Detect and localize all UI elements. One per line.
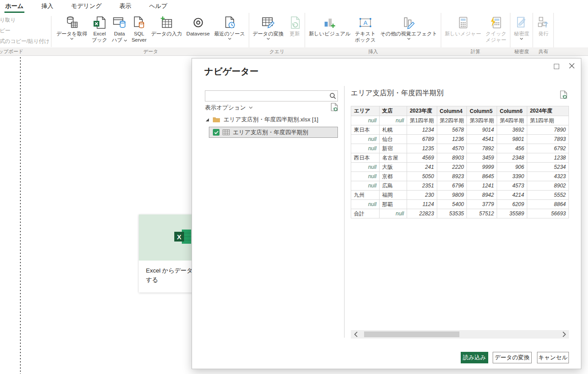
table-cell: 8903 xyxy=(437,153,467,163)
transform-data-icon xyxy=(262,15,275,31)
table-cell: 札幌 xyxy=(379,125,407,135)
clipboard-item[interactable]: 書式のコピー/貼り付け xyxy=(0,36,52,47)
ribbon-button[interactable]: 最近のソース xyxy=(212,13,247,40)
table-cell: 第3四半期 xyxy=(467,116,497,125)
table-cell: 4570 xyxy=(437,144,467,153)
table-cell: 56693 xyxy=(527,209,568,218)
file-refresh-icon[interactable] xyxy=(560,90,568,101)
ribbon-button[interactable]: Aテキストボックス xyxy=(353,13,378,43)
ribbon-group: 秘密度秘密度 xyxy=(510,13,533,47)
table-cell: 新宿 xyxy=(379,144,407,153)
ribbon-tab[interactable]: ヘルプ xyxy=(148,0,168,13)
ribbon-button: 秘密度 xyxy=(512,13,532,40)
scroll-right-icon[interactable] xyxy=(560,330,568,339)
column-header: Column5 xyxy=(467,106,497,116)
table-cell: 5400 xyxy=(437,200,467,209)
table-cell: 7893 xyxy=(527,135,568,144)
ribbon-button[interactable]: その他の視覚エフェクト xyxy=(378,13,439,40)
table-cell: 3390 xyxy=(497,172,527,181)
table-cell: 8645 xyxy=(467,172,497,181)
ribbon-button-label: データを取得 xyxy=(56,31,87,37)
ribbon-tab[interactable]: モデリング xyxy=(70,0,102,13)
table-cell: null xyxy=(351,116,380,125)
table-row: null京都50508923864533904323 xyxy=(351,172,569,181)
table-cell: 仙台 xyxy=(379,135,407,144)
tree-item-selected[interactable]: エリア支店別・年度四半期別 xyxy=(209,127,338,138)
table-cell: null xyxy=(351,200,380,209)
ribbon-button-label: Server xyxy=(132,37,147,43)
file-refresh-icon[interactable] xyxy=(331,103,338,113)
ribbon-button-label: テキスト xyxy=(355,31,376,37)
table-cell: 6792 xyxy=(527,144,568,153)
ribbon-button-label: Dataverse xyxy=(186,31,209,37)
navigator-dialog: ナビゲーター 表示オプション エリア支店別・年度四半期別.xlsx [1] エリ… xyxy=(192,58,581,369)
ribbon-group-label: データ xyxy=(53,48,249,55)
search-icon[interactable] xyxy=(328,93,337,99)
chevron-down-icon xyxy=(228,37,231,40)
table-cell: 第1四半期 xyxy=(407,116,437,125)
scroll-left-icon[interactable] xyxy=(352,330,360,339)
table-cell: 5050 xyxy=(407,172,437,181)
chevron-down-icon xyxy=(407,37,411,40)
table-cell: 8902 xyxy=(527,181,568,191)
ribbon: ホーム挿入モデリング表示ヘルプ 切り取りコピー書式のコピー/貼り付け クリップボ… xyxy=(0,0,588,56)
clipboard-group: 切り取りコピー書式のコピー/貼り付け xyxy=(0,15,52,47)
column-header: 2023年度 xyxy=(407,106,437,116)
ribbon-button[interactable]: 新しいビジュアル xyxy=(306,13,353,37)
table-cell: null xyxy=(379,116,407,125)
pane-divider xyxy=(344,86,345,338)
table-cell: null xyxy=(351,163,380,172)
tree-root-node[interactable]: エリア支店別・年度四半期別.xlsx [1] xyxy=(205,116,318,124)
table-cell: 九州 xyxy=(351,191,380,200)
table-cell: 那覇 xyxy=(379,200,407,209)
ribbon-button[interactable]: Dataverse xyxy=(184,13,212,37)
ribbon-group-label: 挿入 xyxy=(305,48,441,55)
ribbon-button[interactable]: Excelブック xyxy=(90,13,110,43)
ribbon-button-label: Excel xyxy=(93,31,106,37)
ribbon-button-label: ハブ xyxy=(112,37,127,43)
checkbox-checked[interactable] xyxy=(213,129,220,136)
transform-data-button[interactable]: データの変換 xyxy=(493,352,532,363)
table-cell: 1238 xyxy=(527,153,568,163)
load-button[interactable]: 読み込み xyxy=(461,352,488,363)
table-cell: 2351 xyxy=(407,181,437,191)
table-cell: 1234 xyxy=(407,125,437,135)
excel-workbook-icon xyxy=(93,15,106,31)
scrollbar-thumb[interactable] xyxy=(364,331,459,337)
ribbon-tab[interactable]: 挿入 xyxy=(40,0,54,13)
chevron-down-icon xyxy=(267,37,270,40)
ribbon-button-label: 新しいメジャー xyxy=(445,31,481,37)
table-cell: 合計 xyxy=(351,209,380,218)
ribbon-group-label: クエリ xyxy=(249,48,305,55)
table-cell: 第4四半期 xyxy=(497,116,527,125)
clipboard-item[interactable]: コピー xyxy=(0,25,52,36)
display-options-dropdown[interactable]: 表示オプション xyxy=(205,104,253,112)
enter-data-icon xyxy=(160,15,173,31)
ribbon-tab[interactable]: 表示 xyxy=(118,0,132,13)
table-cell: 57512 xyxy=(467,209,497,218)
table-cell: 7892 xyxy=(467,144,497,153)
maximize-icon[interactable] xyxy=(554,64,559,69)
clipboard-item[interactable]: 切り取り xyxy=(0,15,52,25)
cancel-button[interactable]: キャンセル xyxy=(537,352,569,363)
table-cell: 906 xyxy=(497,163,527,172)
column-header: エリア xyxy=(351,106,380,116)
table-cell: 大阪 xyxy=(379,163,407,172)
table-cell: 広島 xyxy=(379,181,407,191)
search-input[interactable] xyxy=(205,93,328,99)
close-icon[interactable] xyxy=(569,62,575,70)
app-window: ホーム挿入モデリング表示ヘルプ 切り取りコピー書式のコピー/貼り付け クリップボ… xyxy=(0,0,588,374)
ribbon-button[interactable]: データを取得 xyxy=(54,13,90,40)
ribbon-button[interactable]: Dataハブ xyxy=(110,13,129,43)
ribbon-button[interactable]: SQLServer xyxy=(129,13,149,43)
table-cell: 230 xyxy=(407,191,437,200)
ribbon-button[interactable]: データの変換 xyxy=(251,13,286,40)
expander-icon[interactable] xyxy=(205,118,209,122)
ribbon-button[interactable]: データの入力 xyxy=(149,13,184,37)
ribbon-groups: データを取得ExcelブックDataハブSQLServerデータの入力Datav… xyxy=(53,13,554,47)
dataverse-icon xyxy=(192,15,205,31)
table-cell: 53535 xyxy=(437,209,467,218)
horizontal-scrollbar[interactable] xyxy=(351,330,569,339)
ribbon-tab[interactable]: ホーム xyxy=(4,0,24,13)
search-box[interactable] xyxy=(205,90,338,101)
